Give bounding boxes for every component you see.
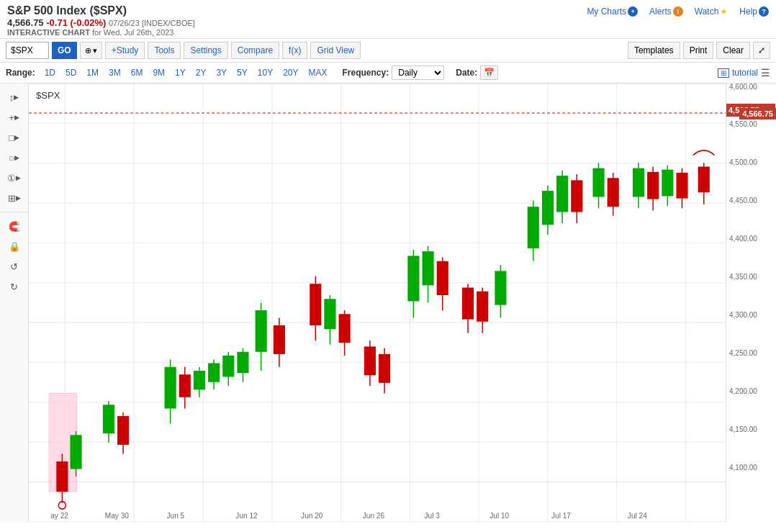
settings-button[interactable]: Settings bbox=[184, 42, 227, 59]
pointer-tool[interactable]: ↕▶ bbox=[4, 89, 24, 105]
range-label: Range: bbox=[6, 68, 35, 78]
price-axis-svg: 4,600.00 4,550.00 4,500.00 4,450.00 4,40… bbox=[726, 84, 776, 501]
redo-tool[interactable]: ↻ bbox=[4, 279, 24, 294]
toolbar-right: Templates Print Clear ⤢ bbox=[628, 42, 770, 59]
clear-button[interactable]: Clear bbox=[716, 42, 750, 59]
price-change: -0.71 (-0.02%) bbox=[46, 17, 106, 28]
chart-container: ↕▶ +▶ □▶ ○▶ ①▶ ⊞▶ 🧲 🔒 ↺ ↻ bbox=[0, 84, 776, 522]
undo-tool[interactable]: ↺ bbox=[4, 258, 24, 274]
tutorial-button[interactable]: ⊞ tutorial bbox=[718, 68, 758, 78]
crosshair-icon: ⊕ bbox=[85, 46, 91, 55]
price-meta: 07/26/23 [INDEX/CBOE] bbox=[109, 19, 195, 27]
svg-text:4,150.00: 4,150.00 bbox=[729, 425, 757, 433]
svg-rect-35 bbox=[165, 367, 176, 409]
crosshair-tool[interactable]: +▶ bbox=[4, 109, 24, 125]
chart-svg: $SPX bbox=[29, 84, 726, 522]
range-1m[interactable]: 1M bbox=[83, 67, 102, 78]
my-charts-icon: + bbox=[628, 6, 638, 17]
range-5d[interactable]: 5D bbox=[62, 67, 80, 78]
svg-rect-57 bbox=[364, 346, 376, 375]
tools-button[interactable]: Tools bbox=[148, 42, 181, 59]
toolbar: GO ⊕ ▾ +Study Tools Settings Compare f(x… bbox=[0, 39, 776, 63]
go-button[interactable]: GO bbox=[52, 42, 77, 59]
svg-rect-29 bbox=[70, 435, 81, 469]
templates-button[interactable]: Templates bbox=[628, 42, 680, 59]
annotation-tool[interactable]: □▶ bbox=[4, 130, 24, 145]
range-3m[interactable]: 3M bbox=[105, 67, 125, 78]
rangebar: Range: 1D 5D 1M 3M 6M 9M 1Y 2Y 3Y 5Y 10Y… bbox=[0, 63, 776, 84]
svg-rect-79 bbox=[571, 180, 582, 212]
divider bbox=[0, 212, 28, 212]
watch-star-icon: ★ bbox=[720, 6, 728, 17]
svg-rect-49 bbox=[274, 325, 285, 354]
label-tool[interactable]: ①▶ bbox=[4, 170, 24, 186]
svg-rect-59 bbox=[379, 354, 390, 383]
expand-button[interactable]: ⤢ bbox=[753, 42, 770, 59]
help-link[interactable]: Help ? bbox=[739, 6, 769, 17]
crosshair-button[interactable]: ⊕ ▾ bbox=[80, 42, 102, 59]
range-1y[interactable]: 1Y bbox=[171, 67, 189, 78]
range-20y[interactable]: 20Y bbox=[279, 67, 302, 78]
lock-tool[interactable]: 🔒 bbox=[4, 238, 24, 254]
svg-rect-53 bbox=[324, 299, 335, 329]
print-button[interactable]: Print bbox=[683, 42, 714, 59]
svg-text:Jul 3: Jul 3 bbox=[425, 512, 441, 520]
crosshair-dropdown-icon: ▾ bbox=[93, 46, 97, 55]
frequency-select[interactable]: Daily Weekly Monthly bbox=[392, 66, 444, 80]
svg-text:4,200.00: 4,200.00 bbox=[729, 387, 757, 395]
chart-main[interactable]: $SPX bbox=[29, 84, 726, 522]
range-6m[interactable]: 6M bbox=[127, 67, 147, 78]
menu-icon[interactable]: ☰ bbox=[761, 67, 770, 78]
shape-tool[interactable]: ○▶ bbox=[4, 150, 24, 166]
svg-rect-31 bbox=[103, 405, 114, 433]
price-axis: 4,566.75 4,600.00 4,550.00 4,500.00 4,45… bbox=[726, 84, 776, 522]
svg-rect-33 bbox=[117, 416, 129, 445]
svg-text:Jul 24: Jul 24 bbox=[628, 512, 647, 520]
svg-text:Jun 20: Jun 20 bbox=[301, 512, 323, 520]
svg-text:4,350.00: 4,350.00 bbox=[729, 273, 757, 281]
range-5y[interactable]: 5Y bbox=[233, 67, 251, 78]
range-max[interactable]: MAX bbox=[305, 67, 331, 78]
help-icon: ? bbox=[759, 6, 769, 17]
svg-rect-67 bbox=[462, 288, 474, 320]
svg-rect-83 bbox=[608, 178, 619, 207]
range-2y[interactable]: 2Y bbox=[192, 67, 210, 78]
range-3y[interactable]: 3Y bbox=[212, 67, 230, 78]
svg-text:$SPX: $SPX bbox=[36, 90, 60, 101]
svg-rect-93 bbox=[698, 167, 710, 193]
svg-rect-75 bbox=[542, 191, 554, 225]
compare-button[interactable]: Compare bbox=[231, 42, 279, 59]
svg-rect-73 bbox=[528, 207, 539, 248]
svg-rect-39 bbox=[194, 371, 205, 389]
svg-rect-41 bbox=[208, 364, 220, 382]
svg-rect-47 bbox=[256, 310, 267, 352]
svg-rect-61 bbox=[407, 256, 419, 301]
magnet-tool[interactable]: 🧲 bbox=[4, 218, 24, 234]
price-value: 4,566.75 bbox=[7, 17, 44, 28]
left-toolbar: ↕▶ +▶ □▶ ○▶ ①▶ ⊞▶ 🧲 🔒 ↺ ↻ bbox=[0, 84, 29, 522]
alerts-icon: ! bbox=[673, 6, 683, 17]
study-button[interactable]: +Study bbox=[105, 42, 145, 59]
range-1d[interactable]: 1D bbox=[41, 67, 59, 78]
svg-text:Jul 10: Jul 10 bbox=[489, 512, 509, 520]
svg-rect-71 bbox=[495, 271, 506, 305]
watch-link[interactable]: Watch ★ bbox=[695, 6, 728, 17]
range-9m[interactable]: 9M bbox=[149, 67, 168, 78]
svg-text:ay 22: ay 22 bbox=[50, 512, 68, 520]
svg-rect-55 bbox=[339, 314, 351, 343]
grid-tool[interactable]: ⊞▶ bbox=[4, 190, 24, 206]
current-price-badge: 4,566.75 bbox=[739, 108, 776, 120]
date-picker-button[interactable]: 📅 bbox=[480, 66, 498, 80]
svg-text:Jul 17: Jul 17 bbox=[551, 512, 571, 520]
svg-rect-63 bbox=[423, 251, 434, 285]
range-10y[interactable]: 10Y bbox=[254, 67, 276, 78]
svg-text:Jun 5: Jun 5 bbox=[167, 512, 185, 520]
fx-button[interactable]: f(x) bbox=[282, 42, 307, 59]
symbol-input[interactable] bbox=[6, 42, 49, 59]
svg-rect-87 bbox=[647, 172, 659, 199]
svg-rect-43 bbox=[222, 356, 234, 377]
grid-view-button[interactable]: Grid View bbox=[310, 42, 361, 59]
my-charts-link[interactable]: My Charts + bbox=[587, 6, 638, 17]
alerts-link[interactable]: Alerts ! bbox=[649, 6, 683, 17]
header: S&P 500 Index ($SPX) 4,566.75 -0.71 (-0.… bbox=[0, 0, 776, 39]
